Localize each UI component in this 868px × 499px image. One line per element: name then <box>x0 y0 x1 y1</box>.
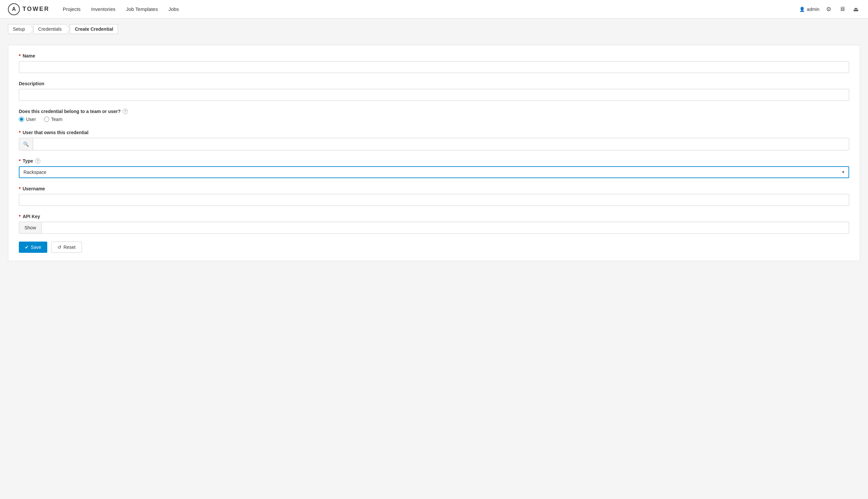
ownership-question-label: Does this credential belong to a team or… <box>19 109 849 114</box>
breadcrumb-credentials-link[interactable]: Credentials <box>33 24 67 34</box>
user-owns-input[interactable] <box>33 138 849 150</box>
user-info: 👤 admin <box>799 7 819 12</box>
navbar-right: 👤 admin ⚙ 🖥 ⏏ <box>799 4 860 14</box>
username-label: * Username <box>19 186 849 191</box>
type-required-star: * <box>19 158 21 163</box>
description-label-text: Description <box>19 81 44 86</box>
main-nav: Projects Inventories Job Templates Jobs <box>63 6 799 12</box>
description-input[interactable] <box>19 89 849 101</box>
nav-projects[interactable]: Projects <box>63 6 81 12</box>
description-group: Description <box>19 81 849 101</box>
nav-inventories[interactable]: Inventories <box>91 6 116 12</box>
type-select[interactable]: Amazon Web Services Google Compute Engin… <box>19 166 849 178</box>
type-label-text: Type <box>23 158 33 163</box>
api-key-wrapper: Show <box>19 222 849 234</box>
api-key-label: * API Key <box>19 214 849 219</box>
api-key-input[interactable] <box>41 222 849 234</box>
ownership-radio-group: User Team <box>19 117 849 122</box>
username-group: * Username <box>19 186 849 206</box>
username-input[interactable] <box>19 194 849 206</box>
radio-user[interactable]: User <box>19 117 36 122</box>
logo-icon: A <box>8 3 20 15</box>
user-owns-label: * User that owns this credential <box>19 130 849 135</box>
settings-icon[interactable]: ⚙ <box>825 4 833 14</box>
radio-user-label: User <box>26 117 36 122</box>
breadcrumb-sep-2 <box>66 24 70 34</box>
save-button[interactable]: ✔ Save <box>19 242 47 253</box>
username: admin <box>807 7 819 12</box>
form-panel: * Name Description Does this credential … <box>8 45 860 261</box>
show-api-key-button[interactable]: Show <box>19 222 41 234</box>
radio-user-input[interactable] <box>19 117 24 122</box>
reset-icon: ↺ <box>58 245 61 250</box>
radio-team[interactable]: Team <box>44 117 62 122</box>
form-actions: ✔ Save ↺ Reset <box>19 242 849 253</box>
name-input[interactable] <box>19 61 849 73</box>
name-group: * Name <box>19 53 849 73</box>
username-required-star: * <box>19 186 21 191</box>
brand-name: TOWER <box>23 5 50 13</box>
radio-team-label: Team <box>51 117 62 122</box>
api-key-required-star: * <box>19 214 21 219</box>
user-owns-label-text: User that owns this credential <box>23 130 88 135</box>
type-help-icon[interactable]: ? <box>35 158 40 163</box>
type-group: * Type ? Amazon Web Services Google Comp… <box>19 158 849 178</box>
ownership-group: Does this credential belong to a team or… <box>19 109 849 122</box>
username-label-text: Username <box>23 186 45 191</box>
breadcrumb-create-credential: Create Credential <box>70 24 118 34</box>
user-owns-group: * User that owns this credential 🔍 <box>19 130 849 150</box>
user-owns-search-wrapper: 🔍 <box>19 138 849 150</box>
api-key-label-text: API Key <box>23 214 40 219</box>
breadcrumb-sep-1 <box>30 24 34 34</box>
type-select-wrapper: Amazon Web Services Google Compute Engin… <box>19 166 849 178</box>
ownership-help-icon[interactable]: ? <box>123 109 128 114</box>
reset-button[interactable]: ↺ Reset <box>51 242 82 253</box>
nav-job-templates[interactable]: Job Templates <box>126 6 158 12</box>
user-owns-required-star: * <box>19 130 21 135</box>
save-icon: ✔ <box>25 245 29 250</box>
description-label: Description <box>19 81 849 86</box>
save-label: Save <box>31 245 41 250</box>
api-key-group: * API Key Show <box>19 214 849 234</box>
reset-label: Reset <box>63 245 76 250</box>
breadcrumb-setup-link[interactable]: Setup <box>8 24 30 34</box>
name-label: * Name <box>19 53 849 59</box>
nav-jobs[interactable]: Jobs <box>169 6 179 12</box>
brand: A TOWER <box>8 3 50 15</box>
breadcrumb-credentials[interactable]: Credentials <box>33 24 67 34</box>
user-icon: 👤 <box>799 7 805 12</box>
name-label-text: Name <box>23 53 35 59</box>
user-owns-search-icon[interactable]: 🔍 <box>19 138 33 150</box>
type-label: * Type ? <box>19 158 849 163</box>
name-required-star: * <box>19 53 21 59</box>
radio-team-input[interactable] <box>44 117 49 122</box>
monitor-icon[interactable]: 🖥 <box>838 4 846 14</box>
breadcrumb: Setup Credentials Create Credential <box>0 19 868 40</box>
ownership-question-text: Does this credential belong to a team or… <box>19 109 121 114</box>
main-content: * Name Description Does this credential … <box>0 40 868 266</box>
breadcrumb-setup[interactable]: Setup <box>8 24 30 34</box>
navbar: A TOWER Projects Inventories Job Templat… <box>0 0 868 19</box>
breadcrumb-create-credential-link: Create Credential <box>70 24 118 34</box>
logout-icon[interactable]: ⏏ <box>852 4 860 14</box>
